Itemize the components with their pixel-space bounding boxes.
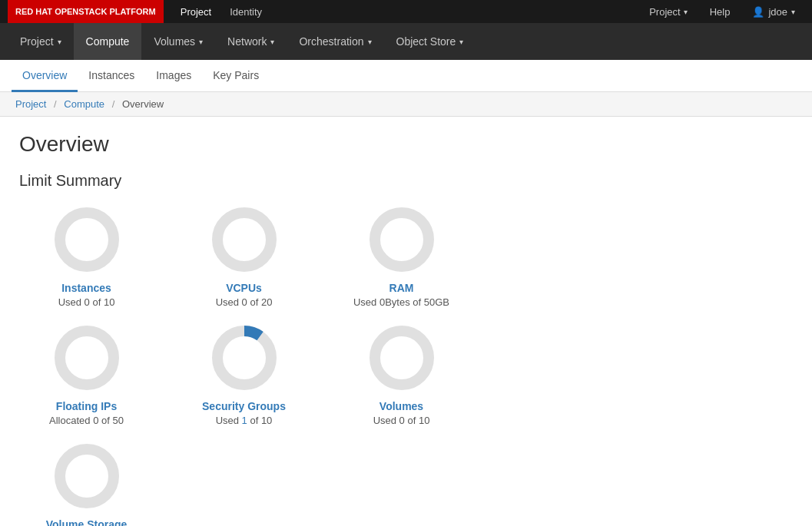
brand-logo: RED HAT OPENSTACK PLATFORM [8, 0, 164, 23]
svg-point-2 [375, 213, 429, 266]
svg-point-3 [60, 331, 114, 385]
svg-point-1 [217, 213, 271, 266]
instances-sub: Used 0 of 10 [58, 296, 115, 308]
user-icon: 👤 [752, 6, 764, 18]
ram-sub: Used 0Bytes of 50GB [353, 296, 449, 308]
nav-compute[interactable]: Compute [74, 23, 142, 60]
main-content: Overview Limit Summary Instances Used 0 … [0, 117, 812, 526]
svg-point-7 [60, 449, 114, 503]
security-groups-sub: Used 1 of 10 [216, 415, 273, 426]
limit-summary-grid-3: Volume Storage Used 0Bytes of 1000GB [19, 442, 793, 526]
volume-storage-donut [52, 442, 121, 511]
security-groups-label: Security Groups [202, 400, 286, 412]
top-bar-right: Project ▾ Help 👤 jdoe ▾ [640, 0, 804, 23]
nav-volumes-arrow: ▾ [199, 38, 203, 46]
nav-project-arrow: ▾ [58, 38, 61, 46]
vcpus-sub: Used 0 of 20 [216, 296, 273, 308]
volumes-label: Volumes [379, 400, 423, 412]
breadcrumb: Project / Compute / Overview [0, 92, 812, 117]
floating-ips-label: Floating IPs [56, 400, 117, 412]
ram-label: RAM [389, 282, 414, 294]
volumes-donut [367, 323, 436, 392]
instances-label: Instances [61, 282, 111, 294]
nav-orchestration[interactable]: Orchestration ▾ [287, 23, 383, 60]
sub-nav-images[interactable]: Images [145, 60, 202, 92]
limit-summary-grid: Instances Used 0 of 10 VCPUs Used 0 of 2… [19, 205, 793, 323]
nav-object-store-arrow: ▾ [459, 38, 463, 46]
limit-summary-grid-2: Floating IPs Allocated 0 of 50 Security … [19, 323, 793, 442]
help-btn[interactable]: Help [701, 0, 740, 23]
breadcrumb-sep-1: / [54, 98, 57, 110]
main-nav: Project ▾ Compute Volumes ▾ Network ▾ Or… [0, 23, 812, 60]
limit-ram: RAM Used 0Bytes of 50GB [334, 205, 469, 308]
project-dropdown-arrow: ▾ [684, 8, 688, 16]
nav-volumes[interactable]: Volumes ▾ [141, 23, 215, 60]
volume-storage-label: Volume Storage [46, 518, 128, 526]
user-dropdown-arrow: ▾ [791, 8, 795, 16]
nav-network-arrow: ▾ [270, 38, 274, 46]
limit-vcpus: VCPUs Used 0 of 20 [177, 205, 311, 308]
sub-nav: Overview Instances Images Key Pairs [0, 60, 812, 92]
limit-volumes: Volumes Used 0 of 10 [334, 323, 469, 426]
ram-donut [367, 205, 436, 274]
instances-donut [52, 205, 121, 274]
nav-project[interactable]: Project ▾ [8, 23, 74, 60]
volumes-sub: Used 0 of 10 [373, 415, 430, 426]
top-bar: RED HAT OPENSTACK PLATFORM Project Ident… [0, 0, 812, 23]
project-dropdown-btn[interactable]: Project ▾ [640, 0, 696, 23]
top-bar-left: RED HAT OPENSTACK PLATFORM Project Ident… [8, 0, 271, 23]
breadcrumb-project[interactable]: Project [15, 98, 46, 110]
security-groups-donut [210, 323, 279, 392]
breadcrumb-current: Overview [122, 98, 164, 110]
limit-security-groups: Security Groups Used 1 of 10 [177, 323, 311, 426]
vcpus-donut [210, 205, 279, 274]
svg-point-6 [375, 331, 429, 385]
floating-ips-sub: Allocated 0 of 50 [49, 415, 124, 426]
user-menu-btn[interactable]: 👤 jdoe ▾ [743, 0, 804, 23]
breadcrumb-sep-2: / [112, 98, 115, 110]
nav-network[interactable]: Network ▾ [215, 23, 287, 60]
limit-volume-storage: Volume Storage Used 0Bytes of 1000GB [19, 442, 154, 526]
nav-orchestration-arrow: ▾ [368, 38, 372, 46]
sub-nav-key-pairs[interactable]: Key Pairs [202, 60, 270, 92]
nav-object-store[interactable]: Object Store ▾ [384, 23, 476, 60]
top-nav-project[interactable]: Project [171, 0, 220, 23]
limit-floating-ips: Floating IPs Allocated 0 of 50 [19, 323, 154, 426]
breadcrumb-compute[interactable]: Compute [64, 98, 104, 110]
svg-point-4 [217, 331, 271, 385]
page-title: Overview [19, 132, 793, 157]
vcpus-label: VCPUs [226, 282, 262, 294]
section-title: Limit Summary [19, 172, 793, 190]
sub-nav-overview[interactable]: Overview [12, 60, 78, 92]
floating-ips-donut [52, 323, 121, 392]
limit-instances: Instances Used 0 of 10 [19, 205, 154, 308]
sub-nav-instances[interactable]: Instances [78, 60, 145, 92]
top-nav-identity[interactable]: Identity [220, 0, 271, 23]
svg-point-0 [60, 213, 114, 266]
